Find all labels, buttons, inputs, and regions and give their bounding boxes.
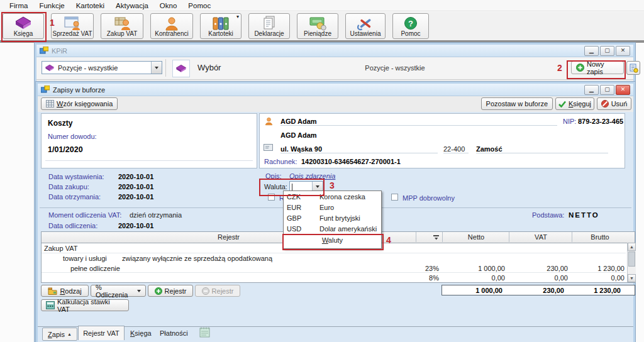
post-button[interactable]: Księguj (555, 97, 594, 110)
brutto-cell[interactable]: 1 230,00 (572, 265, 625, 272)
currency-manage-item[interactable]: Waluty (284, 234, 381, 246)
table-scrollbar[interactable]: ▲ ▼ (627, 243, 636, 282)
tab-rejestr-vat[interactable]: Rejestr VAT (78, 326, 125, 340)
table-row-category[interactable]: towary i usługi (63, 255, 107, 262)
delete-button[interactable]: Usuń (597, 97, 631, 110)
currency-option-eur[interactable]: EUR Euro (284, 202, 381, 212)
tab-zapis[interactable]: Zapis ▲ (42, 328, 77, 341)
close-button[interactable]: ✕ (616, 85, 630, 95)
kpir-titlebar[interactable]: KPiR ▁ ▢ ✕ (36, 45, 633, 57)
dropdown-arrow-button[interactable] (151, 62, 162, 74)
rate-cell[interactable]: 23% (394, 265, 439, 272)
netto-cell[interactable]: 0,00 (442, 274, 505, 282)
post-label: Księguj (569, 100, 591, 108)
vat-cell[interactable]: 0,00 (509, 274, 568, 282)
currency-code: CZK (284, 193, 319, 201)
toolbar-button-zakup-vat[interactable]: Zakup VAT (101, 13, 143, 39)
tab-platnosci[interactable]: Płatności (160, 329, 188, 337)
issue-date-value[interactable]: 2020-10-01 (118, 173, 153, 180)
table-row-subcategory[interactable]: pełne odliczenie (70, 265, 120, 272)
posting-template-button[interactable]: Wzór księgowania (41, 97, 118, 110)
netto-cell[interactable]: 1 000,00 (442, 265, 505, 272)
minimize-button[interactable]: ▁ (584, 85, 599, 95)
column-netto[interactable]: Netto (442, 232, 509, 242)
positions-filter-value: Pozycje - wszystkie (58, 64, 118, 72)
window-icon (41, 86, 50, 94)
currency-name: Korona czeska (319, 193, 365, 201)
kpir-center-caption: Pozycje - wszystkie (319, 64, 470, 72)
contractor-postal-code[interactable]: 22-400 (443, 145, 469, 153)
receipt-date-value[interactable]: 2020-10-01 (118, 193, 153, 201)
menu-pomoc[interactable]: Pomoc (182, 1, 216, 10)
toolbar-button-sprzedaz-vat[interactable]: Sprzedaż VAT (51, 13, 94, 39)
maximize-button[interactable]: ▢ (600, 46, 614, 56)
rate-cell[interactable]: 8% (394, 274, 439, 282)
vat-moment-label: Moment odliczenia VAT: (48, 211, 121, 219)
toolbar-button-ksiega[interactable]: Księga (3, 13, 44, 39)
register-add-button[interactable]: Rejestr (148, 285, 193, 297)
deduction-date-value[interactable]: 2020-10-01 (118, 222, 153, 229)
currency-option-gbp[interactable]: GBP Funt brytyjski (284, 212, 381, 223)
notepad-icon[interactable] (199, 327, 211, 339)
scroll-up-button[interactable]: ▲ (628, 243, 636, 251)
selection-icon-box[interactable] (172, 60, 190, 77)
currency-label: Waluta: (264, 183, 287, 190)
tab-label: Rejestr VAT (83, 329, 119, 337)
svg-text:?: ? (408, 19, 413, 28)
table-row-group[interactable]: Zakup VAT (44, 245, 77, 252)
toolbar-button-kontrahenci[interactable]: Kontrahenci (150, 13, 193, 39)
selection-label: Wybór (197, 63, 221, 72)
menu-funkcje[interactable]: Funkcje (33, 1, 70, 10)
positions-filter-dropdown[interactable]: Pozycje - wszystkie (42, 61, 162, 74)
vat-rate-calc-label: Kalkulacja stawki VAT (57, 298, 124, 313)
scrollbar-thumb[interactable] (628, 251, 635, 267)
menu-aktywacja[interactable]: Aktywacja (110, 1, 154, 10)
contractor-street[interactable]: ul. Wąska 90 (280, 145, 438, 153)
toolbar-button-deklaracje[interactable]: Deklaracje (248, 13, 290, 39)
vat-rate-calc-button[interactable]: Kalkulacja stawki VAT (41, 299, 129, 311)
mpp-checkbox[interactable] (391, 194, 398, 201)
column-vat[interactable]: VAT (509, 232, 572, 242)
purchase-date-value[interactable]: 2020-10-01 (118, 183, 153, 190)
deduction-percent-button[interactable]: % Odliczenia (91, 285, 146, 297)
currency-code: GBP (284, 214, 319, 222)
keep-in-buffer-button[interactable]: Pozostaw w buforze (481, 97, 553, 110)
toolbar-button-pieniadze[interactable]: Pieniądze (297, 13, 338, 39)
currency-code: USD (284, 225, 319, 233)
contractor-city[interactable]: Zamość (476, 145, 608, 153)
address-card-icon (264, 144, 273, 152)
folder-icon (48, 287, 57, 295)
currency-option-czk[interactable]: CZK Korona czeska (284, 191, 381, 202)
currency-name: Dolar amerykański (319, 225, 377, 233)
maximize-button[interactable]: ▢ (600, 85, 614, 95)
register-checkbox[interactable] (268, 194, 275, 201)
scroll-down-button[interactable]: ▼ (628, 274, 636, 282)
menu-kartoteki[interactable]: Kartoteki (70, 1, 110, 10)
description-value[interactable]: Opis zdarzenia (289, 172, 335, 180)
print-settings-button[interactable] (626, 61, 640, 75)
close-button[interactable]: ✕ (616, 46, 630, 56)
vat-cell[interactable]: 230,00 (509, 265, 568, 272)
minimize-button[interactable]: ▁ (584, 46, 599, 56)
vat-moment-value[interactable]: dzień otrzymania (130, 211, 182, 219)
contractor-name[interactable]: AGD Adam (280, 118, 557, 126)
currency-option-usd[interactable]: USD Dolar amerykański (284, 223, 381, 234)
toolbar-button-pomoc[interactable]: ? Pomoc (392, 13, 429, 39)
menu-firma[interactable]: Firma (4, 1, 33, 10)
annotation-number-2: 2 (557, 63, 562, 73)
card-index-icon (201, 16, 241, 31)
menu-okno[interactable]: Okno (154, 1, 183, 10)
tab-ksiega[interactable]: Księga (130, 329, 152, 337)
column-rate[interactable] (416, 232, 442, 242)
account-label: Rachunek: (264, 158, 297, 165)
new-entry-button[interactable]: Nowy zapis (571, 61, 624, 74)
toolbar-button-ustawienia[interactable]: Ustawienia (345, 13, 386, 39)
toolbar-button-kartoteki[interactable]: ▾ Kartoteki (200, 13, 242, 39)
main-toolbar: Księga Sprzedaż VAT Zakup VAT Kontrahenc… (0, 12, 644, 40)
brutto-cell[interactable]: 0,00 (572, 274, 625, 282)
kind-button[interactable]: Rodzaj (41, 285, 89, 297)
basis-label: Podstawa: (532, 211, 564, 219)
column-brutto[interactable]: Brutto (572, 232, 628, 242)
toolbar-label: Pieniądze (304, 30, 331, 37)
buffer-titlebar[interactable]: Zapisy w buforze ▁ ▢ ✕ (38, 84, 633, 96)
